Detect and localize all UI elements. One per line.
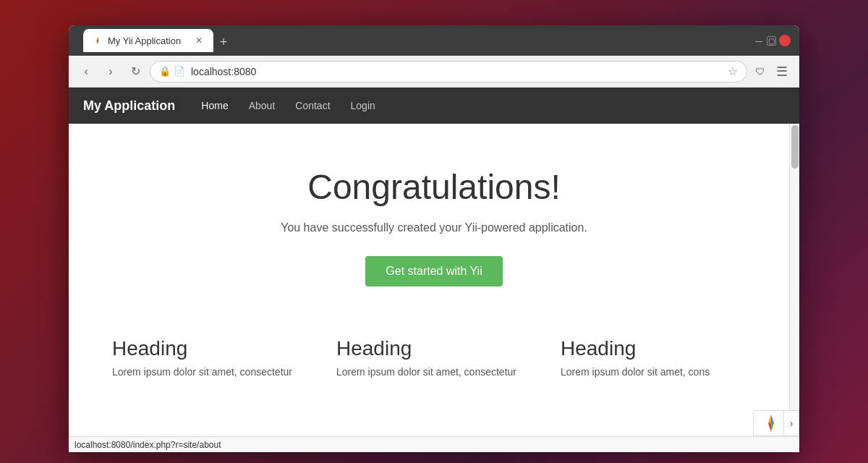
back-button[interactable]: ‹ (76, 61, 96, 82)
address-security-icons: 🔒 📄 (159, 66, 185, 77)
hero-title: Congratulations! (83, 167, 785, 207)
maximize-button[interactable]: ▢ (767, 36, 776, 46)
heading-col-1: Heading Lorem ipsum dolor sit amet, cons… (98, 337, 322, 378)
address-bar[interactable]: 🔒 📄 localhost:8080 ☆ (150, 61, 747, 82)
status-url: localhost:8080/index.php?r=site/about (75, 440, 221, 450)
app-brand: My Application (83, 98, 175, 114)
bookmark-icon[interactable]: ☆ (728, 64, 738, 78)
shield-icon: 🛡 (752, 63, 769, 80)
menu-button[interactable]: ☰ (772, 61, 792, 82)
scrollbar-thumb[interactable] (791, 125, 799, 169)
tab-close-button[interactable]: ✕ (193, 35, 205, 46)
app-nav: Home About Contact Login (192, 95, 383, 116)
browser-toolbar: ‹ › ↻ 🔒 📄 localhost:8080 ☆ 🛡 ☰ (69, 56, 799, 88)
heading-2-text: Lorem ipsum dolor sit amet, consectetur (336, 366, 532, 378)
scroll-right-button[interactable]: › (783, 410, 799, 436)
reload-button[interactable]: ↻ (125, 61, 145, 82)
toolbar-right-icons: 🛡 ☰ (752, 61, 792, 82)
browser-content: My Application Home About Contact Login … (69, 88, 799, 452)
heading-1-text: Lorem ipsum dolor sit amet, consectetur (112, 366, 307, 378)
app-main: Congratulations! You have successfully c… (69, 124, 799, 436)
tab-title: My Yii Application (108, 35, 189, 46)
heading-3-title: Heading (561, 337, 756, 360)
page-icon: 📄 (174, 66, 185, 77)
window-controls: — ▢ (754, 35, 791, 46)
lock-icon: 🔒 (159, 66, 171, 77)
heading-3-text: Lorem ipsum dolor sit amet, cons (561, 366, 756, 378)
browser-window: My Yii Application ✕ + — ▢ ‹ › ↻ 🔒 📄 loc… (69, 25, 799, 452)
nav-item-about[interactable]: About (240, 95, 284, 116)
headings-row: Heading Lorem ipsum dolor sit amet, cons… (69, 323, 799, 378)
tab-bar: My Yii Application ✕ + (83, 29, 748, 52)
active-tab[interactable]: My Yii Application ✕ (83, 29, 213, 52)
close-button[interactable] (779, 35, 791, 46)
minimize-button[interactable]: — (754, 35, 764, 46)
nav-item-home[interactable]: Home (192, 95, 237, 116)
heading-col-3: Heading Lorem ipsum dolor sit amet, cons (546, 337, 770, 378)
url-text: localhost:8080 (191, 66, 722, 77)
tab-favicon (92, 35, 103, 46)
status-bar: localhost:8080/index.php?r=site/about (69, 436, 799, 452)
hero-section: Congratulations! You have successfully c… (69, 124, 799, 323)
app-navbar: My Application Home About Contact Login (69, 88, 799, 124)
forward-button[interactable]: › (101, 61, 121, 82)
heading-2-title: Heading (336, 337, 532, 360)
nav-item-login[interactable]: Login (342, 95, 384, 116)
heading-1-title: Heading (112, 337, 307, 360)
get-started-button[interactable]: Get started with Yii (365, 256, 502, 286)
browser-titlebar: My Yii Application ✕ + — ▢ (69, 25, 799, 56)
hero-subtitle: You have successfully created your Yii-p… (83, 221, 785, 234)
scrollbar[interactable] (789, 124, 799, 436)
heading-col-2: Heading Lorem ipsum dolor sit amet, cons… (322, 337, 546, 378)
new-tab-button[interactable]: + (213, 32, 234, 52)
nav-item-contact[interactable]: Contact (286, 95, 339, 116)
